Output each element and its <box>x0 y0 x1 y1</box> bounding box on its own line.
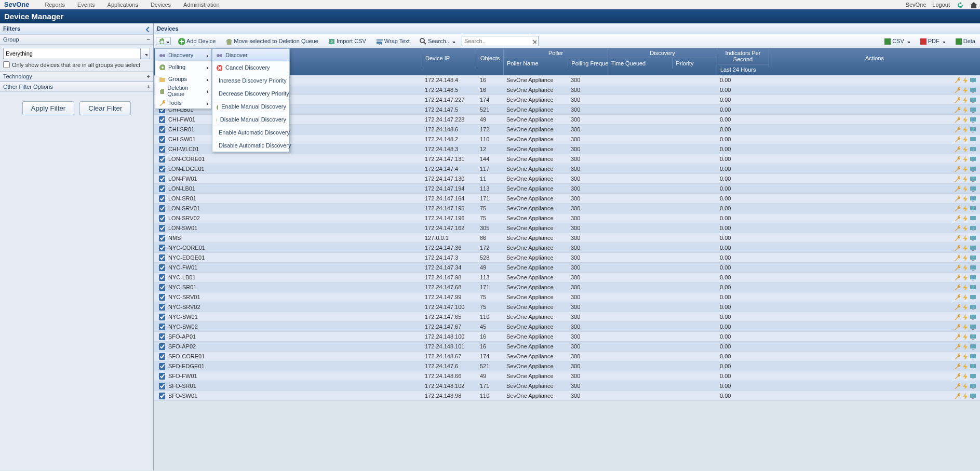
plus-icon[interactable]: + <box>147 73 150 79</box>
row-checkbox[interactable] <box>159 225 165 232</box>
submenu-item-discover[interactable]: Discover <box>212 48 290 61</box>
deta-button[interactable]: Deta <box>952 36 978 46</box>
top-user[interactable]: SevOne <box>906 2 927 8</box>
bolt-icon[interactable] <box>961 86 968 93</box>
row-checkbox[interactable] <box>159 254 165 261</box>
home-icon[interactable] <box>970 1 977 8</box>
search-input[interactable] <box>462 36 530 46</box>
col-objects[interactable]: Objects <box>477 48 503 68</box>
table-row[interactable]: SFO-SR01172.24.148.102171SevOne Applianc… <box>154 381 980 391</box>
search-box[interactable] <box>462 36 539 46</box>
search-clear[interactable] <box>530 36 538 46</box>
row-checkbox-cell[interactable] <box>154 390 165 402</box>
bolt-icon[interactable] <box>961 155 968 162</box>
menu-item-tools[interactable]: Tools <box>155 97 211 109</box>
row-checkbox[interactable] <box>159 176 165 182</box>
monitor-icon[interactable] <box>969 155 976 162</box>
monitor-icon[interactable] <box>969 244 976 251</box>
wrench-icon[interactable] <box>954 362 960 369</box>
wrap-text-button[interactable]: Wrap Text <box>373 36 412 46</box>
monitor-icon[interactable] <box>969 76 976 83</box>
wrench-icon[interactable] <box>954 303 960 310</box>
bolt-icon[interactable] <box>961 284 968 290</box>
top-nav-item[interactable]: Reports <box>45 2 65 8</box>
table-row[interactable]: SFO-CORE01172.24.148.67174SevOne Applian… <box>154 352 980 361</box>
table-row[interactable]: NYC-SRV01172.24.147.9975SevOne Appliance… <box>154 292 980 302</box>
row-checkbox[interactable] <box>159 314 165 320</box>
bolt-icon[interactable] <box>961 224 968 231</box>
wrench-icon[interactable] <box>954 244 960 251</box>
bolt-icon[interactable] <box>961 343 968 349</box>
top-nav-item[interactable]: Devices <box>151 2 171 8</box>
wrench-icon[interactable] <box>954 353 960 359</box>
table-row[interactable]: LON-CORE01172.24.147.131144SevOne Applia… <box>154 154 980 164</box>
table-row[interactable]: LON-SR01172.24.147.164171SevOne Applianc… <box>154 194 980 204</box>
wrench-icon[interactable] <box>954 274 960 280</box>
group-section-header[interactable]: Group − <box>0 34 153 45</box>
monitor-icon[interactable] <box>969 264 976 271</box>
row-checkbox[interactable] <box>159 156 165 163</box>
group-combo[interactable] <box>3 48 150 59</box>
wrench-icon[interactable] <box>954 165 960 172</box>
bolt-icon[interactable] <box>961 264 968 271</box>
col-priority[interactable]: Priority <box>672 58 717 69</box>
col-time-queued[interactable]: Time Queued <box>608 58 672 69</box>
wrench-icon[interactable] <box>954 136 960 142</box>
bolt-icon[interactable] <box>961 323 968 330</box>
table-row[interactable]: NYC-SR01172.24.147.68171SevOne Appliance… <box>154 282 980 292</box>
bolt-icon[interactable] <box>961 136 968 142</box>
table-row[interactable]: SFO-AP02172.24.148.10116SevOne Appliance… <box>154 342 980 352</box>
monitor-icon[interactable] <box>969 372 976 379</box>
table-row[interactable]: SFO-FW01172.24.148.6649SevOne Appliance3… <box>154 371 980 381</box>
table-row[interactable]: NYC-FW01172.24.147.3449SevOne Appliance3… <box>154 263 980 273</box>
bolt-icon[interactable] <box>961 392 968 399</box>
wrench-icon[interactable] <box>954 116 960 123</box>
table-row[interactable]: LON-LB01172.24.147.194113SevOne Applianc… <box>154 184 980 194</box>
bolt-icon[interactable] <box>961 234 968 241</box>
group-input[interactable] <box>4 48 140 59</box>
menu-item-polling[interactable]: Polling <box>155 61 211 73</box>
monitor-icon[interactable] <box>969 214 976 221</box>
monitor-icon[interactable] <box>969 195 976 201</box>
bolt-icon[interactable] <box>961 175 968 182</box>
wrench-icon[interactable] <box>954 372 960 379</box>
wrench-icon[interactable] <box>954 195 960 201</box>
menu-item-groups[interactable]: Groups <box>155 73 211 85</box>
table-row[interactable]: NYC-LB01172.24.147.98113SevOne Appliance… <box>154 273 980 282</box>
row-checkbox[interactable] <box>159 274 165 281</box>
col-ip[interactable]: Device IP <box>422 48 477 68</box>
monitor-icon[interactable] <box>969 254 976 261</box>
group-trigger[interactable] <box>140 48 150 59</box>
wrench-icon[interactable] <box>954 86 960 93</box>
table-row[interactable]: LON-FW01172.24.147.13011SevOne Appliance… <box>154 174 980 184</box>
monitor-icon[interactable] <box>969 284 976 290</box>
row-checkbox[interactable] <box>159 373 165 380</box>
row-checkbox[interactable] <box>159 195 165 202</box>
move-deletion-button[interactable]: Move selected to Deletion Queue <box>222 36 321 46</box>
bolt-icon[interactable] <box>961 293 968 300</box>
monitor-icon[interactable] <box>969 353 976 359</box>
row-checkbox[interactable] <box>159 185 165 192</box>
row-checkbox[interactable] <box>159 363 165 370</box>
row-checkbox[interactable] <box>159 393 165 399</box>
only-checkbox-row[interactable]: Only show devices that are in all groups… <box>3 61 150 68</box>
bolt-icon[interactable] <box>961 382 968 389</box>
row-checkbox[interactable] <box>159 215 165 222</box>
menu-item-deletion-queue[interactable]: Deletion Queue <box>155 85 211 97</box>
other-section-header[interactable]: Other Filter Options + <box>0 82 153 92</box>
monitor-icon[interactable] <box>969 234 976 241</box>
wrench-icon[interactable] <box>954 264 960 271</box>
table-row[interactable]: NMS127.0.0.186SevOne Appliance3000.00 <box>154 233 980 243</box>
wrench-icon[interactable] <box>954 224 960 231</box>
row-checkbox[interactable] <box>159 343 165 350</box>
bolt-icon[interactable] <box>961 205 968 211</box>
import-csv-button[interactable]: Import CSV <box>325 36 369 46</box>
wrench-icon[interactable] <box>954 126 960 132</box>
top-logout[interactable]: Logout <box>932 2 950 8</box>
row-checkbox[interactable] <box>159 235 165 241</box>
monitor-icon[interactable] <box>969 145 976 152</box>
wrench-icon[interactable] <box>954 96 960 103</box>
monitor-icon[interactable] <box>969 382 976 389</box>
monitor-icon[interactable] <box>969 126 976 132</box>
wrench-icon[interactable] <box>954 323 960 330</box>
